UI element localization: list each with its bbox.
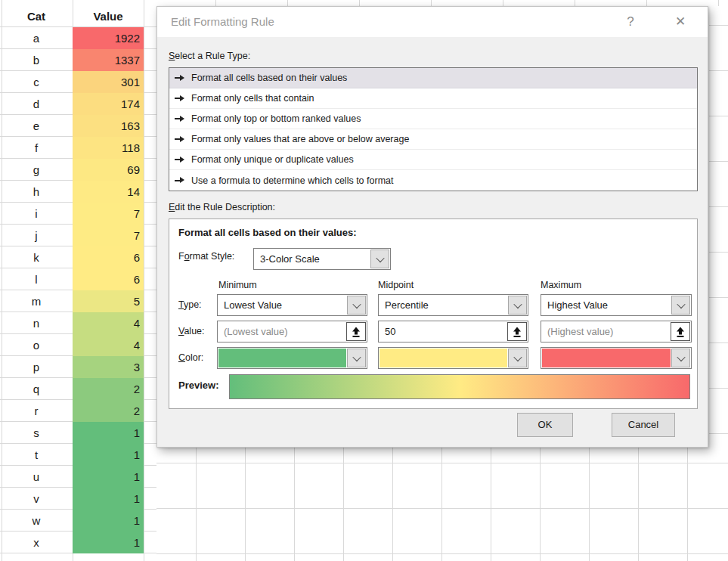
cell-cat[interactable]: c (0, 71, 73, 93)
cell-cat[interactable]: q (0, 378, 73, 400)
table-row: i7 (0, 203, 144, 225)
type-midpoint-value: Percentile (385, 295, 505, 315)
chevron-down-icon[interactable] (671, 296, 690, 315)
cell-cat[interactable]: p (0, 356, 73, 378)
cell-value[interactable]: 5 (73, 290, 144, 312)
help-icon[interactable]: ? (615, 7, 646, 37)
cell-value[interactable]: 1 (73, 488, 144, 510)
cell-cat[interactable]: d (0, 93, 73, 115)
type-label: Type: (178, 299, 202, 310)
value-midpoint-field (378, 321, 528, 342)
rule-type-item[interactable]: Use a formula to determine which cells t… (169, 170, 697, 191)
cell-value[interactable]: 69 (73, 159, 144, 181)
chevron-down-icon[interactable] (508, 349, 527, 367)
table-row: l6 (0, 268, 144, 290)
ok-button[interactable]: OK (517, 413, 573, 437)
table-row: p3 (0, 356, 144, 378)
type-minimum-dropdown[interactable]: Lowest Value (217, 294, 367, 316)
cell-value[interactable]: 1 (73, 466, 144, 488)
chevron-down-icon[interactable] (671, 349, 690, 367)
cell-cat[interactable]: t (0, 444, 73, 466)
gridline (646, 0, 647, 6)
cancel-button[interactable]: Cancel (612, 413, 675, 437)
cell-cat[interactable]: j (0, 225, 73, 246)
cell-cat[interactable]: r (0, 400, 73, 422)
close-icon[interactable]: ✕ (665, 7, 695, 37)
table-row: t1 (0, 444, 144, 466)
format-style-dropdown[interactable]: 3-Color Scale (253, 248, 391, 270)
cell-value[interactable]: 301 (73, 71, 144, 93)
rule-arrow-icon (175, 136, 184, 143)
cell-cat[interactable]: k (0, 246, 73, 268)
table-row: h14 (0, 181, 144, 203)
cell-value[interactable]: 2 (73, 378, 144, 400)
cell-value[interactable]: 1337 (73, 49, 144, 71)
cell-value[interactable]: 1 (73, 422, 144, 444)
header-cell-cat[interactable]: Cat (0, 5, 73, 27)
sheet-grid-right-sliver (709, 0, 728, 448)
cell-value[interactable]: 6 (73, 268, 144, 290)
cell-value[interactable]: 3 (73, 356, 144, 378)
cell-value[interactable]: 4 (73, 334, 144, 356)
color-midpoint-swatch (379, 349, 507, 367)
rule-description-heading: Format all cells based on their values: (178, 227, 357, 238)
rule-type-label: Use a formula to determine which cells t… (191, 175, 393, 186)
cell-cat[interactable]: u (0, 466, 73, 488)
cell-value[interactable]: 1 (73, 510, 144, 532)
cell-cat[interactable]: o (0, 334, 73, 356)
cell-value[interactable]: 14 (73, 181, 144, 203)
rule-type-label: Format only values that are above or bel… (191, 134, 409, 144)
cell-value[interactable]: 163 (73, 115, 144, 137)
cell-value[interactable]: 6 (73, 246, 144, 268)
cell-value[interactable]: 7 (73, 203, 144, 225)
cell-cat[interactable]: a (0, 27, 73, 49)
cell-value[interactable]: 1922 (73, 27, 144, 49)
cell-cat[interactable]: v (0, 488, 73, 510)
cell-cat[interactable]: f (0, 137, 73, 159)
color-minimum-dropdown[interactable] (217, 347, 367, 369)
cell-cat[interactable]: s (0, 422, 73, 444)
value-midpoint-input[interactable] (379, 322, 511, 341)
collapse-dialog-icon[interactable] (346, 322, 366, 341)
cell-cat[interactable]: l (0, 268, 73, 290)
color-maximum-dropdown[interactable] (541, 347, 692, 369)
cell-value[interactable]: 2 (73, 400, 144, 422)
rule-type-item[interactable]: Format only cells that contain (169, 88, 697, 109)
table-row: g69 (0, 159, 144, 181)
value-minimum-field (217, 321, 367, 342)
cell-cat[interactable]: m (0, 290, 73, 312)
header-cell-value[interactable]: Value (73, 5, 144, 27)
type-maximum-dropdown[interactable]: Highest Value (541, 294, 692, 316)
cell-cat[interactable]: b (0, 49, 73, 71)
rule-type-item[interactable]: Format only values that are above or bel… (169, 129, 697, 150)
cell-cat[interactable]: n (0, 312, 73, 334)
cell-cat[interactable]: h (0, 181, 73, 203)
collapse-dialog-icon[interactable] (671, 322, 690, 341)
color-midpoint-dropdown[interactable] (378, 347, 528, 369)
type-midpoint-dropdown[interactable]: Percentile (378, 294, 528, 316)
cell-value[interactable]: 7 (73, 225, 144, 246)
cell-value[interactable]: 1 (73, 532, 144, 553)
cell-cat[interactable]: i (0, 203, 73, 225)
cell-value[interactable]: 1 (73, 444, 144, 466)
color-maximum-swatch (542, 349, 671, 367)
rule-type-item[interactable]: Format only unique or duplicate values (169, 150, 697, 170)
chevron-down-icon[interactable] (370, 250, 389, 268)
cell-cat[interactable]: x (0, 532, 73, 553)
cell-value[interactable]: 174 (73, 93, 144, 115)
cell-value[interactable]: 118 (73, 137, 144, 159)
cell-cat[interactable]: g (0, 159, 73, 181)
cell-cat[interactable]: w (0, 510, 73, 532)
chevron-down-icon[interactable] (347, 296, 366, 315)
rule-description-group: Format all cells based on their values: … (169, 219, 698, 409)
rule-type-item-selected[interactable]: Format all cells based on their values (169, 68, 697, 88)
rule-type-item[interactable]: Format only top or bottom ranked values (169, 109, 697, 129)
dialog-title: Edit Formatting Rule (171, 7, 274, 37)
chevron-down-icon[interactable] (508, 296, 527, 315)
cell-value[interactable]: 4 (73, 312, 144, 334)
chevron-down-icon[interactable] (347, 349, 366, 367)
table-row: e163 (0, 115, 144, 137)
rule-arrow-icon (175, 95, 184, 102)
cell-cat[interactable]: e (0, 115, 73, 137)
collapse-dialog-icon[interactable] (507, 322, 527, 341)
